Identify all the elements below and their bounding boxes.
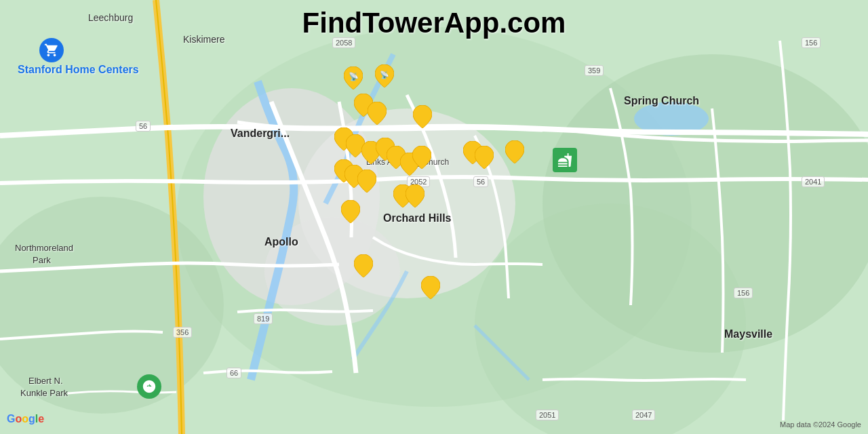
road-359: 359 [585,65,604,76]
venue-marker[interactable] [553,148,577,172]
tower-pin-15[interactable] [357,170,376,193]
tower-pin-2[interactable]: 📡 [375,64,394,87]
svg-text:Google: Google [7,413,44,425]
tower-pin-18[interactable] [505,140,524,163]
tower-pin-1[interactable]: 📡 [344,66,363,90]
stanford-icon [39,38,64,62]
spring-church-label: Spring Church [624,95,699,107]
maysville-label: Maysville [724,328,772,340]
orchard-hills-label: Orchard Hills [383,212,451,224]
road-66: 66 [226,368,241,378]
tower-pin-12[interactable] [412,146,431,169]
elbert-label1: Elbert N. [28,376,63,386]
site-title: FindTowerApp.com [302,7,566,39]
park-icon [137,374,161,399]
google-logo: Google [7,411,47,429]
tower-pin-17[interactable] [475,146,494,169]
road-2051: 2051 [536,410,559,420]
elbert-label2: Kunkle Park [20,388,68,398]
road-156b: 156 [734,288,753,298]
road-356: 356 [173,327,192,338]
apollo-label: Apollo [264,236,298,248]
northmoreland-park-label: Park [33,255,51,265]
northmoreland-label: Northmoreland [15,243,73,253]
map-container: FindTowerApp.com Stanford Home Centers L… [0,0,868,434]
vandergriff-label: Vandergri... [231,127,290,140]
road-819: 819 [254,313,273,324]
tower-pin-5[interactable] [413,105,432,128]
road-56a: 56 [136,121,151,132]
road-2047: 2047 [632,410,655,420]
tower-pin-20[interactable] [406,184,425,208]
svg-text:📡: 📡 [380,70,389,79]
road-56b: 56 [473,176,488,187]
leechburg-label: Leechburg [88,12,133,23]
stanford-home-centers-label[interactable]: Stanford Home Centers [18,64,139,76]
road-156a: 156 [802,37,821,48]
tower-pin-4[interactable] [368,102,387,125]
map-attribution: Map data ©2024 Google [780,420,861,429]
tower-pin-23[interactable] [421,276,440,299]
kiskimere-label: Kiskimere [183,34,224,45]
svg-text:📡: 📡 [349,71,359,81]
tower-pin-22[interactable] [354,254,373,277]
tower-pin-21[interactable] [341,200,360,223]
road-2041: 2041 [802,176,825,187]
